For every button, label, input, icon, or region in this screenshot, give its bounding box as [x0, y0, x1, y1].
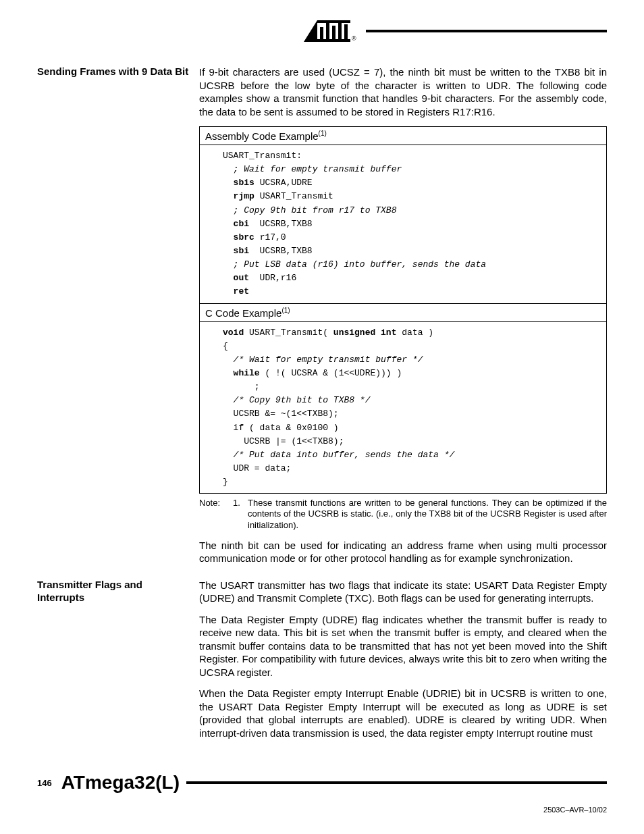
flags-para2: The Data Register Empty (UDRE) flag indi…: [199, 613, 607, 679]
ninth-bit-paragraph: The ninth bit can be used for indicating…: [199, 539, 607, 565]
flags-para1: The USART transmitter has two flags that…: [199, 579, 607, 605]
note: Note: 1. These transmit functions are wr…: [199, 498, 607, 531]
footer-rule: [186, 781, 607, 784]
c-title: C Code Example(1): [200, 303, 606, 322]
intro-paragraph: If 9-bit characters are used (UCSZ = 7),…: [199, 66, 607, 118]
assembly-code: USART_Transmit: ; Wait for empty transmi…: [200, 145, 606, 303]
doc-title: ATmega32(L): [61, 772, 180, 793]
note-number: 1.: [233, 498, 248, 531]
doc-id: 2503C–AVR–10/02: [37, 806, 607, 814]
page-number: 146: [37, 778, 52, 788]
assembly-title: Assembly Code Example(1): [200, 127, 606, 145]
page-header: ®: [304, 20, 607, 42]
flags-para3: When the Data Register empty Interrupt E…: [199, 687, 607, 739]
section-heading-flags: Transmitter Flags and Interrupts: [37, 579, 192, 604]
note-label: Note:: [199, 498, 233, 531]
atmel-logo: ®: [304, 20, 356, 42]
note-text: These transmit functions are written to …: [248, 498, 607, 531]
page-footer: 146 ATmega32(L) 2503C–AVR–10/02: [37, 772, 607, 814]
c-code: void USART_Transmit( unsigned int data )…: [200, 322, 606, 494]
assembly-code-box: Assembly Code Example(1) USART_Transmit:…: [199, 126, 607, 494]
section-heading-9bit: Sending Frames with 9 Data Bit: [37, 66, 192, 78]
header-rule: [366, 30, 607, 32]
